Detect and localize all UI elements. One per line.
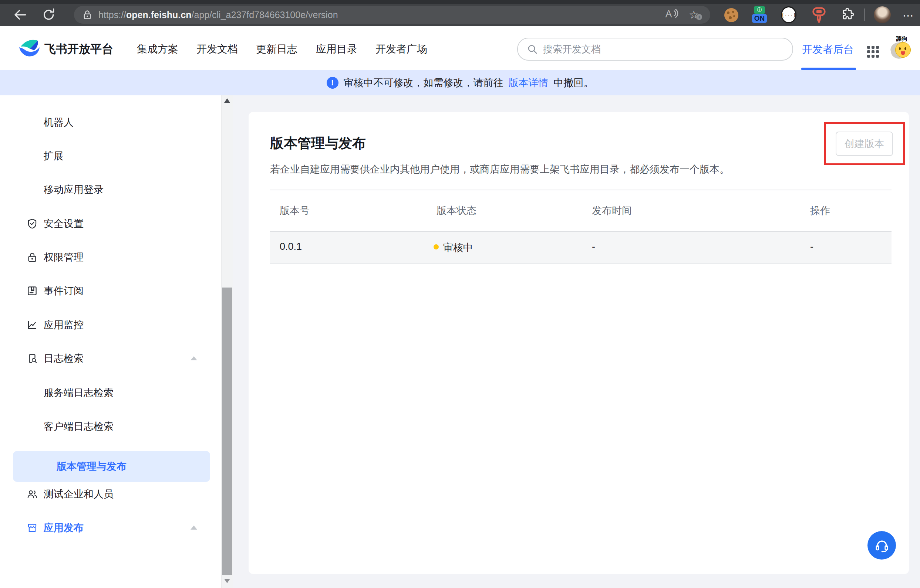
sidebar-item-version-management-selected[interactable]: 版本管理与发布 bbox=[13, 451, 210, 482]
json-viewer-extension-icon[interactable]: {...} bbox=[781, 6, 797, 23]
banner-text-after: 中撤回。 bbox=[554, 76, 594, 89]
event-subscribe-icon bbox=[27, 285, 38, 296]
col-header-status: 版本状态 bbox=[437, 204, 476, 217]
browser-profile-avatar[interactable] bbox=[874, 6, 891, 23]
sidebar-item-server-log-search[interactable]: 服务端日志检索 bbox=[0, 385, 221, 401]
svg-text:A: A bbox=[666, 8, 672, 19]
table-top-divider bbox=[270, 190, 891, 190]
sidebar-item-client-log-search[interactable]: 客户端日志检索 bbox=[0, 418, 221, 435]
back-icon[interactable] bbox=[13, 8, 28, 23]
log-search-icon bbox=[27, 353, 38, 364]
nav-item-changelog[interactable]: 更新日志 bbox=[256, 42, 297, 56]
user-avatar[interactable]: 舔狗 bbox=[890, 36, 913, 59]
doc-search[interactable] bbox=[517, 38, 793, 61]
lock-icon bbox=[27, 252, 38, 263]
pin-extension-icon[interactable] bbox=[811, 6, 827, 25]
extensions-puzzle-icon[interactable] bbox=[841, 7, 855, 24]
toolbar-divider bbox=[864, 8, 865, 21]
headset-icon bbox=[874, 537, 890, 554]
on-toggle-extension-icon[interactable]: ⓘ ON bbox=[751, 6, 768, 23]
address-bar[interactable]: https://open.feishu.cn/app/cli_a237fd784… bbox=[74, 6, 710, 24]
active-tab-underline bbox=[801, 68, 856, 70]
sidebar-item-app-release[interactable]: 应用发布 bbox=[0, 520, 221, 536]
url-text: https://open.feishu.cn/app/cli_a237fd784… bbox=[99, 10, 338, 20]
version-management-card bbox=[249, 112, 909, 574]
brand-title[interactable]: 飞书开放平台 bbox=[44, 41, 113, 57]
collapse-arrow-icon[interactable] bbox=[191, 525, 197, 530]
nav-item-app-directory[interactable]: 应用目录 bbox=[316, 42, 357, 56]
browser-menu-icon[interactable]: ⋯ bbox=[902, 9, 914, 22]
customer-support-button[interactable] bbox=[868, 531, 896, 559]
favorites-star-icon[interactable]: ☆+ bbox=[689, 8, 699, 21]
page-title: 版本管理与发布 bbox=[270, 134, 366, 153]
cookie-extension-icon[interactable] bbox=[724, 8, 739, 22]
nav-item-developer-plaza[interactable]: 开发者广场 bbox=[376, 42, 427, 56]
sidebar-item-app-monitor[interactable]: 应用监控 bbox=[0, 317, 221, 333]
status-dot bbox=[434, 244, 439, 249]
cell-status: 审核中 bbox=[443, 241, 473, 254]
banner-text-before: 审核中不可修改，如需修改，请前往 bbox=[343, 76, 504, 89]
sidebar-item-permission[interactable]: 权限管理 bbox=[0, 249, 221, 265]
sidebar bbox=[0, 95, 233, 588]
scroll-down-icon[interactable] bbox=[224, 579, 230, 583]
lock-icon bbox=[82, 8, 92, 21]
search-icon bbox=[527, 44, 538, 55]
collapse-arrow-icon[interactable] bbox=[191, 356, 197, 360]
col-header-publish-time: 发布时间 bbox=[592, 204, 632, 217]
sidebar-item-bot[interactable]: 机器人 bbox=[0, 114, 221, 131]
apps-grid-icon[interactable] bbox=[867, 46, 879, 58]
cell-publish-time: - bbox=[592, 241, 595, 252]
page-subtitle: 若企业自建应用需要供企业内其他用户使用，或商店应用需要上架飞书应用目录，都必须发… bbox=[270, 163, 729, 176]
avatar-caption: 舔狗 bbox=[890, 36, 913, 42]
col-header-action: 操作 bbox=[810, 204, 830, 217]
table-row bbox=[270, 231, 891, 264]
sidebar-item-test-org[interactable]: 测试企业和人员 bbox=[0, 486, 221, 502]
shield-check-icon bbox=[27, 218, 38, 229]
sidebar-item-mobile-login[interactable]: 移动应用登录 bbox=[0, 181, 221, 198]
cell-action: - bbox=[810, 241, 813, 252]
scrollbar-thumb[interactable] bbox=[222, 288, 232, 575]
version-detail-link[interactable]: 版本详情 bbox=[509, 76, 549, 89]
feishu-logo-icon[interactable] bbox=[18, 36, 41, 61]
avatar-emoji-face bbox=[895, 42, 911, 58]
people-icon bbox=[27, 489, 38, 500]
refresh-icon[interactable] bbox=[41, 7, 56, 24]
read-aloud-icon[interactable]: A bbox=[664, 7, 679, 22]
nav-item-integration[interactable]: 集成方案 bbox=[137, 42, 178, 56]
col-header-version: 版本号 bbox=[280, 204, 309, 217]
sidebar-item-event-subscription[interactable]: 事件订阅 bbox=[0, 283, 221, 299]
cell-version: 0.0.1 bbox=[280, 241, 302, 252]
review-notice-banner: ! 审核中不可修改，如需修改，请前往 版本详情 中撤回。 bbox=[0, 70, 920, 95]
sidebar-item-log-search[interactable]: 日志检索 bbox=[0, 351, 221, 367]
monitor-chart-icon bbox=[27, 319, 38, 330]
create-version-button[interactable]: 创建版本 bbox=[836, 132, 893, 156]
sidebar-item-extension[interactable]: 扩展 bbox=[0, 148, 221, 164]
window-top-strip bbox=[0, 0, 920, 4]
developer-console-link[interactable]: 开发者后台 bbox=[802, 42, 854, 57]
scroll-up-icon[interactable] bbox=[224, 98, 230, 103]
search-input[interactable] bbox=[542, 43, 773, 55]
info-icon: ! bbox=[327, 77, 339, 89]
nav-item-docs[interactable]: 开发文档 bbox=[196, 42, 238, 56]
store-icon bbox=[27, 522, 38, 533]
sidebar-item-security-settings[interactable]: 安全设置 bbox=[0, 215, 221, 232]
